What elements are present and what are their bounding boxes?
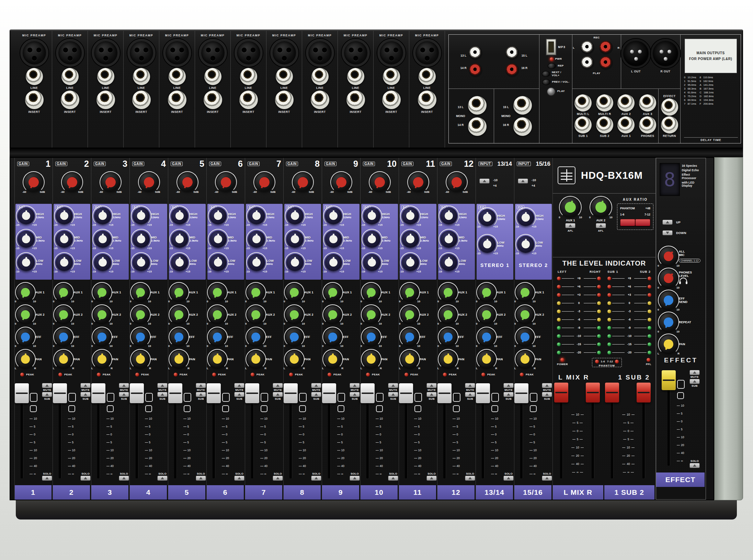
ch4-aux1-knob[interactable]: 010 bbox=[131, 283, 150, 302]
effect-sub-button[interactable] bbox=[689, 379, 700, 384]
effect-repeat-knob[interactable]: 010 bbox=[659, 313, 678, 332]
aux1-master-afl-button[interactable] bbox=[565, 223, 575, 228]
ch10-aux2-knob[interactable]: 010 bbox=[362, 305, 380, 324]
ch12-aux1-knob[interactable]: 010 bbox=[439, 283, 457, 302]
ch5-fader-handle[interactable] bbox=[168, 383, 182, 403]
mix-master-right-fader-track[interactable] bbox=[592, 391, 594, 478]
sub-master-sub2-fader-handle[interactable] bbox=[637, 383, 651, 402]
ch3-solo-button[interactable] bbox=[119, 476, 129, 481]
ch1-mid-eq-knob[interactable]: -15+15 bbox=[17, 230, 35, 248]
ch8-low-eq-knob[interactable]: -15+15 bbox=[286, 253, 304, 272]
ch3-fader-handle[interactable] bbox=[91, 383, 105, 403]
ch1-fader-handle[interactable] bbox=[15, 383, 29, 403]
ch7-fader-track[interactable] bbox=[251, 392, 253, 478]
ch5-solo-button[interactable] bbox=[196, 476, 206, 481]
ch2-mute-button[interactable] bbox=[80, 383, 91, 388]
st15-16-aux1-knob[interactable]: 010 bbox=[516, 283, 534, 302]
mix-master-left-fader-track[interactable] bbox=[560, 391, 562, 478]
ch2-sub-button[interactable] bbox=[80, 392, 91, 397]
ch4-sub-button[interactable] bbox=[157, 392, 168, 397]
ch11-solo-button[interactable] bbox=[426, 476, 437, 481]
ch6-high-eq-knob[interactable]: -15+15 bbox=[209, 207, 227, 225]
ch1-gain-knob[interactable]: -600dB bbox=[24, 172, 44, 192]
ch12-gain-knob[interactable]: -600dB bbox=[447, 172, 467, 192]
ch2-mid-eq-knob[interactable]: -15+15 bbox=[55, 230, 73, 248]
aux1-master-knob[interactable]: 010 bbox=[560, 197, 581, 218]
st13-14-aux2-knob[interactable]: 010 bbox=[477, 305, 496, 324]
ch11-mute-button[interactable] bbox=[426, 383, 437, 388]
ch5-low-eq-knob[interactable]: -15+15 bbox=[170, 253, 189, 272]
st13-14-aux1-knob[interactable]: 010 bbox=[477, 283, 496, 302]
ch8-gain-knob[interactable]: -600dB bbox=[293, 172, 313, 192]
mp3-prev-button[interactable] bbox=[542, 79, 550, 85]
ch5-gain-knob[interactable]: -600dB bbox=[178, 172, 197, 192]
ch4-mute-button[interactable] bbox=[157, 383, 168, 388]
st13-14-level-button[interactable] bbox=[479, 178, 490, 184]
ch1-low-eq-knob[interactable]: -15+15 bbox=[17, 253, 35, 272]
ch7-low-eq-knob[interactable]: -15+15 bbox=[247, 253, 266, 272]
phantom-7-12-button[interactable] bbox=[635, 219, 650, 226]
ch11-low-eq-knob[interactable]: -15+15 bbox=[401, 253, 420, 272]
effect-down-button[interactable] bbox=[662, 230, 673, 235]
ch8-fader-track[interactable] bbox=[289, 392, 292, 478]
ch11-sub-button[interactable] bbox=[426, 392, 437, 397]
ch1-sub-button[interactable] bbox=[42, 392, 52, 397]
ch1-aux2-knob[interactable]: 010 bbox=[16, 305, 35, 324]
ch4-solo-button[interactable] bbox=[157, 476, 168, 481]
ch12-mute-button[interactable] bbox=[465, 383, 475, 388]
ch2-fader-handle[interactable] bbox=[53, 383, 67, 403]
ch3-high-eq-knob[interactable]: -15+15 bbox=[93, 207, 112, 225]
ch9-aux1-knob[interactable]: 010 bbox=[323, 283, 342, 302]
effect-fader-handle[interactable] bbox=[662, 370, 676, 390]
effect-solo-button[interactable] bbox=[689, 463, 700, 468]
ch6-low-eq-knob[interactable]: -15+15 bbox=[209, 253, 227, 272]
ch12-solo-button[interactable] bbox=[465, 476, 475, 481]
ch1-aux1-knob[interactable]: 010 bbox=[16, 283, 35, 302]
ch11-aux2-knob[interactable]: 010 bbox=[400, 305, 419, 324]
ch1-fader-track[interactable] bbox=[21, 392, 23, 478]
ch10-aux1-knob[interactable]: 010 bbox=[362, 283, 380, 302]
ch9-mute-button[interactable] bbox=[350, 383, 360, 388]
ch3-mute-button[interactable] bbox=[119, 383, 129, 388]
ch9-pan-knob[interactable]: LR bbox=[323, 350, 342, 369]
ch10-eff-knob[interactable]: 010 bbox=[362, 328, 380, 346]
ch9-fader-track[interactable] bbox=[328, 392, 330, 478]
st13-14-mute-button[interactable] bbox=[503, 383, 514, 388]
st15-16-mute-button[interactable] bbox=[542, 383, 552, 388]
st15-16-eff-knob[interactable]: 010 bbox=[516, 328, 534, 346]
ch8-solo-button[interactable] bbox=[311, 476, 321, 481]
mix-master-left-fader-handle[interactable] bbox=[554, 383, 568, 402]
ch11-eff-knob[interactable]: 010 bbox=[400, 328, 419, 346]
ch6-aux2-knob[interactable]: 010 bbox=[208, 305, 227, 324]
ch1-eff-knob[interactable]: 010 bbox=[16, 328, 35, 346]
effect-all-mic-knob[interactable]: 010 bbox=[659, 247, 678, 266]
ch10-pan-knob[interactable]: LR bbox=[362, 350, 380, 369]
ch12-eff-knob[interactable]: 010 bbox=[439, 328, 457, 346]
ch10-low-eq-knob[interactable]: -15+15 bbox=[363, 253, 381, 272]
ch8-aux1-knob[interactable]: 010 bbox=[285, 283, 304, 302]
ch10-mute-button[interactable] bbox=[388, 383, 398, 388]
ch7-sub-button[interactable] bbox=[273, 392, 283, 397]
st15-16-fader-track[interactable] bbox=[520, 392, 523, 478]
ch5-sub-button[interactable] bbox=[196, 392, 206, 397]
effect-up-button[interactable] bbox=[662, 220, 673, 225]
ch8-sub-button[interactable] bbox=[311, 392, 321, 397]
ch9-gain-knob[interactable]: -600dB bbox=[331, 172, 351, 192]
ch5-high-eq-knob[interactable]: -15+15 bbox=[170, 207, 189, 225]
ch4-mid-eq-knob[interactable]: -15+15 bbox=[132, 230, 150, 248]
ch4-fader-handle[interactable] bbox=[130, 383, 144, 403]
mp3-play-button[interactable] bbox=[547, 87, 556, 96]
ch3-aux1-knob[interactable]: 010 bbox=[93, 283, 111, 302]
ch7-pan-knob[interactable]: LR bbox=[247, 350, 265, 369]
ch4-eff-knob[interactable]: 010 bbox=[131, 328, 150, 346]
ch5-mid-eq-knob[interactable]: -15+15 bbox=[170, 230, 189, 248]
ch9-sub-button[interactable] bbox=[350, 392, 360, 397]
ch9-aux2-knob[interactable]: 010 bbox=[323, 305, 342, 324]
ch12-high-eq-knob[interactable]: -15+15 bbox=[440, 207, 458, 225]
ch10-fader-handle[interactable] bbox=[361, 383, 375, 403]
ch5-aux2-knob[interactable]: 010 bbox=[170, 305, 188, 324]
st13-14-pan-knob[interactable]: LR bbox=[477, 350, 496, 369]
ch7-mid-eq-knob[interactable]: -15+15 bbox=[247, 230, 266, 248]
ch2-aux2-knob[interactable]: 010 bbox=[54, 305, 73, 324]
st15-16-solo-button[interactable] bbox=[542, 476, 552, 481]
